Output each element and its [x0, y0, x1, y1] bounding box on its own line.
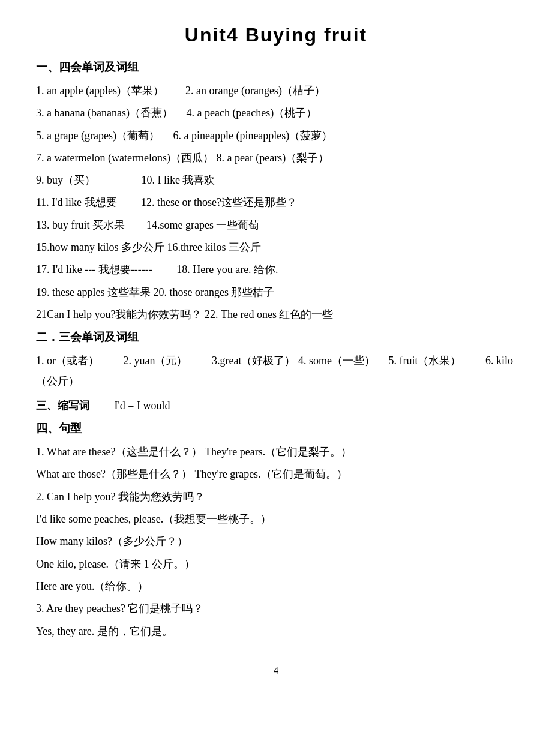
pattern-2-line-5: Here are you.（给你。）: [36, 577, 516, 596]
pattern-2-line-2: I'd like some peaches, please.（我想要一些桃子。）: [36, 509, 516, 529]
section-1-line-2: 3. a banana (bananas)（香蕉） 4. a peach (pe…: [36, 103, 516, 123]
section-1-line-11: 21Can I help you?我能为你效劳吗？ 22. The red on…: [36, 305, 516, 325]
section-4: 四、句型 1. What are these?（这些是什么？） They're …: [36, 421, 516, 641]
section-1-line-10: 19. these apples 这些苹果 20. those oranges …: [36, 283, 516, 302]
pattern-2-line-3: How many kilos?（多少公斤？）: [36, 532, 516, 551]
section-3-heading-inline: 三、缩写词 I'd = I would: [36, 396, 516, 416]
section-3-heading-text: 三、缩写词: [36, 400, 90, 412]
section-1-line-9: 17. I'd like --- 我想要------ 18. Here you …: [36, 260, 516, 280]
pattern-1-line-2: What are those?（那些是什么？） They're grapes.（…: [36, 464, 516, 484]
section-3: 三、缩写词 I'd = I would: [36, 396, 516, 416]
section-2-line-1: 1. or（或者） 2. yuan（元） 3.great（好极了） 4. som…: [36, 351, 516, 391]
pattern-3-line-1: 3. Are they peaches? 它们是桃子吗？: [36, 599, 516, 619]
section-1-line-1: 1. an apple (apples)（苹果） 2. an orange (o…: [36, 81, 516, 101]
section-1-line-8: 15.how many kilos 多少公斤 16.three kilos 三公…: [36, 238, 516, 257]
section-1-line-4: 7. a watermelon (watermelons)（西瓜） 8. a p…: [36, 148, 516, 168]
pattern-3: 3. Are they peaches? 它们是桃子吗？ Yes, they a…: [36, 599, 516, 641]
page-title: Unit4 Buying fruit: [36, 24, 516, 46]
section-1-line-6: 11. I'd like 我想要 12. these or those?这些还是…: [36, 193, 516, 212]
section-4-heading: 四、句型: [36, 421, 516, 436]
pattern-2: 2. Can I help you? 我能为您效劳吗？ I'd like som…: [36, 487, 516, 596]
section-1-heading: 一、四会单词及词组: [36, 59, 516, 75]
section-2-heading: 二．三会单词及词组: [36, 329, 516, 345]
section-3-content: I'd = I would: [115, 400, 170, 412]
pattern-2-line-4: One kilo, please.（请来 1 公斤。）: [36, 554, 516, 574]
page-number: 4: [36, 665, 516, 676]
section-1-line-7: 13. buy fruit 买水果 14.some grapes 一些葡萄: [36, 215, 516, 235]
section-1: 一、四会单词及词组 1. an apple (apples)（苹果） 2. an…: [36, 59, 516, 325]
pattern-2-line-1: 2. Can I help you? 我能为您效劳吗？: [36, 487, 516, 507]
pattern-3-line-2: Yes, they are. 是的，它们是。: [36, 622, 516, 641]
pattern-1: 1. What are these?（这些是什么？） They're pears…: [36, 442, 516, 485]
section-1-line-5: 9. buy（买） 10. I like 我喜欢: [36, 170, 516, 190]
section-2: 二．三会单词及词组 1. or（或者） 2. yuan（元） 3.great（好…: [36, 329, 516, 391]
pattern-1-line-1: 1. What are these?（这些是什么？） They're pears…: [36, 442, 516, 462]
section-1-line-3: 5. a grape (grapes)（葡萄） 6. a pineapple (…: [36, 126, 516, 146]
